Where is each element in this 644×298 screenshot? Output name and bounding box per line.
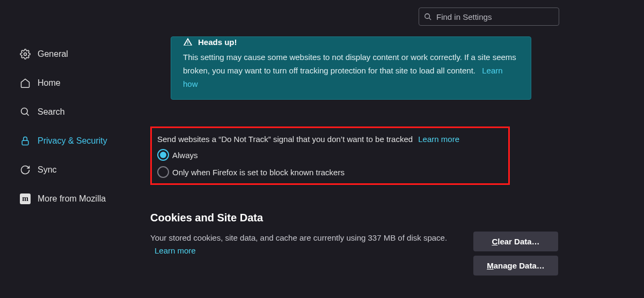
- cookies-heading: Cookies and Site Data: [150, 212, 558, 224]
- mozilla-icon: m: [19, 193, 31, 205]
- sidebar-item-label: Privacy & Security: [38, 136, 107, 146]
- svg-rect-5: [22, 140, 28, 145]
- dnt-option-always[interactable]: Always: [157, 149, 503, 161]
- sidebar-item-label: General: [38, 49, 68, 59]
- settings-sidebar: General Home Search Privacy & Security S…: [15, 43, 133, 217]
- radio-unselected-icon: [157, 166, 169, 178]
- sidebar-item-sync[interactable]: Sync: [15, 159, 133, 181]
- radio-label: Only when Firefox is set to block known …: [172, 168, 345, 177]
- sidebar-item-label: More from Mozilla: [38, 194, 106, 204]
- sidebar-item-general[interactable]: General: [15, 43, 133, 65]
- svg-line-4: [27, 114, 29, 116]
- do-not-track-section: Send websites a “Do Not Track” signal th…: [150, 126, 510, 185]
- sidebar-item-more-mozilla[interactable]: m More from Mozilla: [15, 188, 133, 210]
- sidebar-item-label: Home: [38, 78, 61, 88]
- sync-icon: [19, 164, 31, 176]
- warning-body: This setting may cause some websites to …: [183, 53, 516, 75]
- sidebar-item-search[interactable]: Search: [15, 101, 133, 123]
- cookies-description: Your stored cookies, site data, and cach…: [150, 233, 447, 242]
- cookies-section: Cookies and Site Data Your stored cookie…: [150, 212, 558, 275]
- clear-data-button[interactable]: Clear Data…: [473, 232, 558, 251]
- warning-title: Heads up!: [198, 38, 237, 47]
- settings-search-input[interactable]: [419, 8, 559, 26]
- dnt-option-when-blocking[interactable]: Only when Firefox is set to block known …: [157, 166, 503, 178]
- radio-selected-icon: [157, 149, 169, 161]
- cookies-learn-more-link[interactable]: Learn more: [155, 246, 196, 255]
- dnt-description: Send websites a “Do Not Track” signal th…: [157, 135, 413, 144]
- warning-icon: [183, 37, 193, 47]
- sidebar-item-privacy-security[interactable]: Privacy & Security: [15, 130, 133, 152]
- lock-icon: [19, 135, 31, 147]
- settings-search-wrap: [419, 8, 559, 26]
- svg-point-3: [21, 108, 28, 115]
- radio-label: Always: [172, 151, 198, 160]
- gear-icon: [19, 48, 31, 60]
- dnt-learn-more-link[interactable]: Learn more: [418, 135, 459, 144]
- sidebar-item-label: Search: [38, 107, 65, 117]
- sidebar-item-label: Sync: [38, 165, 57, 175]
- content-area: Heads up! This setting may cause some we…: [150, 36, 558, 275]
- svg-point-2: [24, 53, 27, 56]
- tracking-protection-warning: Heads up! This setting may cause some we…: [171, 36, 531, 100]
- search-icon: [19, 106, 31, 118]
- sidebar-item-home[interactable]: Home: [15, 72, 133, 94]
- manage-data-button[interactable]: Manage Data…: [473, 256, 558, 275]
- home-icon: [19, 77, 31, 89]
